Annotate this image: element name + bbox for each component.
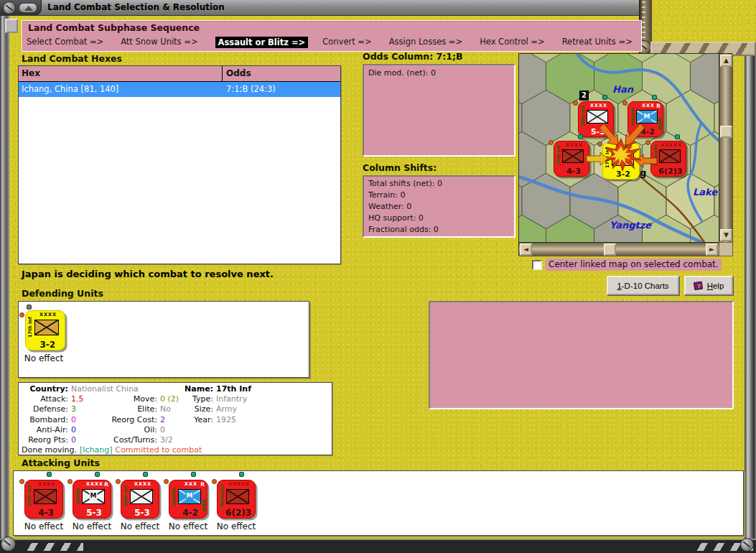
window-bottom-border xyxy=(0,539,756,553)
scroll-down-icon[interactable]: ▼ xyxy=(720,229,732,241)
horizontal-scroll-thumb[interactable] xyxy=(604,243,616,256)
title-bar-button-cluster xyxy=(0,0,42,16)
unit-strength: 4-3 xyxy=(559,167,588,176)
info-value: 0 xyxy=(157,425,165,435)
unit-counter-27th-inf[interactable]: 27th InfXXXX4-3 xyxy=(554,141,589,177)
unit-effect-label: No effect xyxy=(22,353,66,363)
attacking-units-panel: 27th InfXXXX4-3No effectOsakaXXXXM5-3RNo… xyxy=(13,470,744,536)
info-value: 1.5 xyxy=(68,394,84,404)
unit-counter-27th-inf[interactable]: 27th InfXXXX4-3 xyxy=(24,480,63,519)
unit-size: XXXXX xyxy=(225,481,253,487)
unit-name: Terauchi xyxy=(652,144,658,167)
losses-panel xyxy=(429,301,734,409)
unit-effect-label: No effect xyxy=(214,521,258,531)
scroll-up-icon[interactable]: ▲ xyxy=(720,55,732,67)
status-marker-icon xyxy=(19,479,24,484)
info-label: Type: xyxy=(192,394,213,404)
die-mod-panel: Die mod. (net): 0 xyxy=(363,64,515,157)
unit-counter-terauchi[interactable]: TerauchiXXXXX6(2)3 xyxy=(650,141,686,177)
status-marker-icon xyxy=(191,472,196,477)
svg-text:?: ? xyxy=(697,283,701,289)
linked-map[interactable]: Han Yangtze Lake g 20th InfXXXX5-32Harbi… xyxy=(518,53,732,256)
shift-line: Terrain: 0 xyxy=(368,190,510,201)
unit-symbol-infantry-icon xyxy=(34,320,58,335)
subphase-step: Att Snow Units => xyxy=(121,37,197,48)
info-value: No xyxy=(157,404,171,414)
unit-size: XXXX xyxy=(34,312,62,317)
subphase-steps: Select Combat =>Att Snow Units =>Assault… xyxy=(27,37,640,48)
unit-symbol-infantry-icon xyxy=(587,110,608,124)
frame-screw-icon xyxy=(740,538,754,552)
militia-letter: M xyxy=(90,493,98,500)
unit-symbol-infantry-icon xyxy=(130,489,153,504)
unit-counter-17th-inf[interactable]: 17th InfXXXX3-2 xyxy=(602,142,640,180)
status-marker-icon xyxy=(645,140,650,145)
unit-strength: 6(2)3 xyxy=(223,508,254,518)
unit-nationality-label: MAN xyxy=(657,108,663,130)
center-map-checkbox[interactable] xyxy=(532,260,542,270)
unit-strength: 4-3 xyxy=(30,508,62,518)
unit-counter-terauchi[interactable]: TerauchiXXXXX6(2)3 xyxy=(217,480,256,519)
minimize-triangle-icon[interactable] xyxy=(19,3,37,13)
vertical-scroll-thumb[interactable] xyxy=(720,126,732,138)
status-marker-icon xyxy=(652,95,657,100)
unit-name: Terauchi xyxy=(218,483,225,509)
table-header-row: Hex Odds xyxy=(19,66,340,82)
help-button[interactable]: ? Help xyxy=(684,276,733,295)
status-marker-icon xyxy=(67,479,73,484)
status-marker-icon xyxy=(622,101,627,106)
scroll-right-icon[interactable]: ► xyxy=(706,243,718,256)
stack-count-badge: 2 xyxy=(579,90,589,101)
scroll-left-icon[interactable]: ◄ xyxy=(520,243,532,256)
info-label: Move: xyxy=(134,394,157,404)
status-marker-icon xyxy=(549,140,554,145)
title-bar[interactable]: Land Combat Selection & Resolution xyxy=(0,0,639,16)
unit-symbol-infantry-icon xyxy=(562,149,584,163)
info-value: 2 xyxy=(157,415,165,425)
info-label: Cost/Turns: xyxy=(113,435,157,445)
odds-column-title: Odds Column: 7:1;B xyxy=(363,51,462,62)
shift-line: Fractional odds: 0 xyxy=(368,224,510,236)
status-marker-icon xyxy=(602,95,607,100)
info-value xyxy=(213,435,216,445)
unit-counter-20th-inf[interactable]: 20th InfXXXX5-3 xyxy=(578,101,614,137)
hex-cell: Ichang, China [81, 140] xyxy=(19,82,223,97)
unit-info-row: Country:Nationalist ChinaName:17th Inf xyxy=(20,384,332,394)
combat-hex-row[interactable]: Ichang, China [81, 140]7:1;B (24:3) xyxy=(19,82,340,97)
shift-line: Total shifts (net): 0 xyxy=(368,178,510,190)
unit-effect-label: No effect xyxy=(118,521,162,531)
subphase-step: Select Combat => xyxy=(27,37,103,48)
combat-hexes-table[interactable]: Hex Odds Ichang, China [81, 140]7:1;B (2… xyxy=(18,65,341,264)
unit-size: XXXX xyxy=(33,481,60,487)
unit-info-panel: Country:Nationalist ChinaName:17th InfAt… xyxy=(18,382,332,455)
unit-counter-17th-inf[interactable]: 17th InfXXXX3-2 xyxy=(25,310,65,350)
unit-counter-harbin[interactable]: HarbinXXXM4-2RMAN xyxy=(627,101,663,137)
info-label: Elite: xyxy=(137,404,157,414)
info-value xyxy=(157,384,160,394)
info-value: 0 xyxy=(68,415,76,425)
river-label-han: Han xyxy=(612,84,633,95)
window-left-border xyxy=(0,16,9,539)
unit-symbol-militia-icon: M xyxy=(82,489,105,504)
unit-name: Harbin xyxy=(629,104,635,128)
unit-counter-harbin[interactable]: HarbinXXXM4-2RMAN xyxy=(169,480,207,519)
militia-letter: M xyxy=(643,113,650,120)
hexes-section-title: Land Combat Hexes xyxy=(22,53,122,64)
charts-button[interactable]: 1-D-10 Charts xyxy=(607,276,679,295)
shift-line: Weather: 0 xyxy=(368,201,510,213)
info-label: Oil: xyxy=(144,425,157,435)
column-shifts-panel: Total shifts (net): 0Terrain: 0Weather: … xyxy=(363,175,515,238)
unit-status-part: Done moving. xyxy=(22,445,77,455)
map-viewport[interactable]: Han Yangtze Lake g 20th InfXXXX5-32Harbi… xyxy=(519,54,719,242)
unit-counter-20th-inf[interactable]: 20th InfXXXX5-3 xyxy=(121,480,159,519)
unit-info-row: Defense:3Elite:NoSize:Army xyxy=(20,404,332,414)
map-horizontal-scrollbar[interactable]: ◄ ► xyxy=(519,242,719,256)
info-value: Army xyxy=(213,404,237,414)
map-vertical-scrollbar[interactable]: ▲ ▼ xyxy=(719,54,733,242)
scrollbar-corner xyxy=(719,242,733,256)
unit-counter-osaka[interactable]: OsakaXXXXM5-3R xyxy=(73,480,111,519)
status-marker-icon xyxy=(597,141,602,147)
system-menu-knob-icon[interactable] xyxy=(3,1,16,14)
odds-cell: 7:1;B (24:3) xyxy=(223,82,340,97)
unit-name: Harbin xyxy=(170,483,177,509)
